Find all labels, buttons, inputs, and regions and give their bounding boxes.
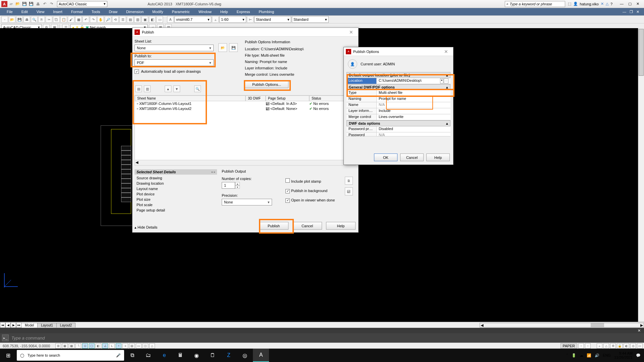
sb-ann-icon[interactable]: ▵ [597, 343, 602, 349]
col-3ddwf[interactable]: 3D DWF [246, 96, 266, 101]
menu-tools[interactable]: Tools [88, 9, 104, 14]
sb-infer-icon[interactable]: ⊞ [55, 343, 61, 349]
notepad-icon[interactable]: 🗒 [205, 349, 221, 362]
save-icon[interactable]: 💾 [21, 1, 28, 7]
doc-close-icon[interactable]: ✕ [636, 10, 639, 14]
tool-redo-icon[interactable]: ↷ [90, 16, 97, 23]
sb-lwt-icon[interactable]: ≡ [122, 343, 128, 349]
sb-3dosnap-icon[interactable]: ◧ [96, 343, 101, 349]
tool-markup-icon[interactable]: ◧ [149, 16, 156, 23]
menu-file[interactable]: File [3, 9, 17, 14]
publish-close-button[interactable]: ✕ [346, 29, 356, 35]
tool-new-icon[interactable]: ▫ [1, 16, 8, 23]
saveas-icon[interactable]: 💾 [28, 1, 34, 7]
tool-tp-icon[interactable]: ▥ [134, 16, 141, 23]
maximize-button[interactable]: ▢ [628, 2, 632, 6]
menu-express[interactable]: Express [232, 9, 254, 14]
help-search-input[interactable]: ▸Type a keyword or phrase [505, 1, 565, 7]
menu-plumbing[interactable]: Plumbing [255, 9, 278, 14]
tray-volume-icon[interactable]: 🔊 [595, 353, 599, 358]
tab-prev-icon[interactable]: ◀ [5, 322, 11, 328]
doc-minimize-icon[interactable]: — [623, 10, 626, 14]
doc-restore-icon[interactable]: ❐ [630, 10, 633, 14]
sb-iso-icon[interactable]: ◎ [630, 343, 636, 349]
stamp-settings-icon[interactable]: 🗎 [345, 177, 353, 185]
edge-icon[interactable]: e [156, 349, 172, 362]
tool-save-icon[interactable]: 💾 [16, 16, 23, 23]
tab-first-icon[interactable]: ⏮ [0, 322, 5, 328]
tool-preview-icon[interactable]: 🔍 [31, 16, 38, 23]
sb-ws-icon[interactable]: ⚙ [610, 343, 616, 349]
a360-icon[interactable]: △ [606, 2, 608, 6]
menu-draw[interactable]: Draw [105, 9, 121, 14]
sb-tpy-icon[interactable]: ▤ [129, 343, 135, 349]
textstyle-dropdown[interactable]: vnsimli0.7▾ [174, 16, 211, 23]
tool-zoom-icon[interactable]: 🔎 [105, 16, 111, 23]
exchange-icon[interactable]: ✕ [601, 2, 604, 6]
tool-pan-icon[interactable]: ✋ [97, 16, 104, 23]
tool-zoomprev-icon[interactable]: ⟲ [112, 16, 119, 23]
horizontal-scrollbar[interactable]: ◀▶ [480, 323, 644, 327]
brave-icon[interactable]: ◎ [237, 349, 253, 362]
plot-icon[interactable]: 🖶 [35, 1, 41, 7]
new-icon[interactable]: ▱ [8, 1, 14, 7]
sb-snap-icon[interactable]: ▦ [62, 343, 68, 349]
sb-osnap-icon[interactable]: ▢ [89, 343, 95, 349]
prop-layer[interactable]: Layer informati...Include [346, 108, 450, 114]
workspace-dropdown[interactable]: AutoCAD Classic▾ [57, 1, 107, 7]
sb-sc-icon[interactable]: ◫ [143, 343, 148, 349]
options-help-button[interactable]: Help [426, 154, 450, 161]
prop-password-protect[interactable]: Password prote...Disabled [346, 126, 450, 132]
paper-toggle[interactable]: PAPER [560, 343, 577, 349]
prop-merge[interactable]: Merge controlLines overwrite [346, 114, 450, 120]
prop-naming[interactable]: NamingPrompt for name [346, 96, 450, 102]
menu-insert[interactable]: Insert [49, 9, 66, 14]
sb-qvd-icon[interactable]: ▫ [585, 343, 591, 349]
plot-stamp-checkbox[interactable] [285, 178, 290, 183]
open-viewer-checkbox[interactable]: ✓ [285, 198, 290, 203]
textstyle-icon[interactable]: A [167, 16, 174, 23]
tool-publish-icon[interactable]: ⎘ [38, 16, 45, 23]
vertical-scrollbar[interactable] [638, 28, 644, 322]
menu-view[interactable]: View [33, 9, 49, 14]
tab-model[interactable]: Model [21, 323, 38, 327]
tray-onedrive-icon[interactable]: ☁ [580, 353, 583, 358]
sb-hw-icon[interactable]: ◐ [624, 343, 629, 349]
tool-paste-icon[interactable]: 📋 [60, 16, 67, 23]
app-menu-icon[interactable]: A [1, 1, 7, 7]
precision-dropdown[interactable]: None▾ [222, 199, 272, 205]
sb-av-icon[interactable]: △ [603, 343, 609, 349]
prop-location[interactable]: Location C:\Users\ADMIN\Desktop\▾… [346, 78, 450, 84]
section-dwf-options[interactable]: DWF data options▴ [346, 120, 450, 126]
annoscale-dropdown[interactable]: 1-60▾ [219, 16, 246, 23]
tool-dc-icon[interactable]: ▤ [127, 16, 133, 23]
section-general-options[interactable]: General DWF/PDF options▴ [346, 84, 450, 90]
calculator-icon[interactable]: 🖩 [172, 349, 189, 362]
sheet-list-dropdown[interactable]: None▾ [135, 45, 214, 51]
explorer-icon[interactable]: 🗂 [140, 349, 156, 362]
sb-lock-icon[interactable]: 🔒 [617, 343, 623, 349]
tab-layout2[interactable]: Layout2 [56, 323, 76, 327]
undo-icon[interactable]: ↶ [42, 1, 48, 7]
options-ok-button[interactable]: OK [374, 154, 397, 161]
col-pagesetup[interactable]: Page Setup [266, 96, 309, 101]
tray-expand-icon[interactable]: ˄ [566, 353, 568, 358]
tool-qcalc-icon[interactable]: ▭ [156, 16, 163, 23]
start-button[interactable]: ⊞ [0, 349, 16, 362]
sb-ducs-icon[interactable]: L [109, 343, 115, 349]
taskbar-search[interactable]: ◯ Type here to search 🎤 [17, 350, 124, 361]
minimize-button[interactable]: — [620, 2, 624, 6]
sb-clean-icon[interactable]: ▭ [637, 343, 643, 349]
prop-type[interactable]: TypeMulti-sheet file [346, 90, 450, 96]
chrome-icon[interactable]: ◉ [189, 349, 205, 362]
cmd-prompt-icon[interactable]: ▸_ [2, 335, 9, 341]
tray-notifications-icon[interactable]: 💬 [636, 353, 641, 358]
mic-icon[interactable]: 🎤 [116, 353, 121, 358]
infocenter-icon[interactable]: ⬚ [568, 2, 571, 6]
signin-icon[interactable]: 👤 [573, 2, 578, 6]
cmd-close-icon[interactable]: ✕ [636, 328, 642, 333]
tray-lang[interactable]: ENG [603, 353, 611, 357]
menu-window[interactable]: Window [195, 9, 216, 14]
tablestyle-dropdown[interactable]: Standard▾ [292, 16, 329, 23]
publish-bg-checkbox[interactable]: ✓ [285, 189, 290, 193]
